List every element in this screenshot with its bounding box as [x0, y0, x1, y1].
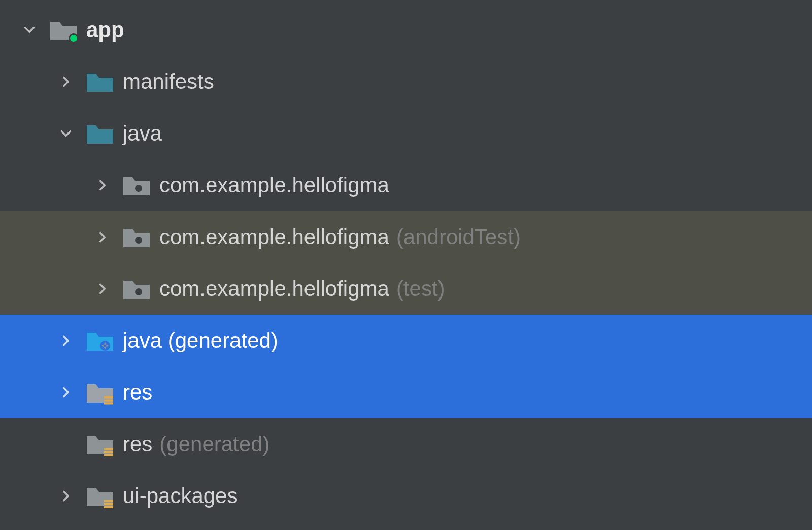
tree-label-suffix: (generated) [159, 432, 269, 456]
svg-rect-13 [104, 503, 113, 505]
svg-rect-8 [104, 403, 113, 405]
svg-rect-6 [104, 396, 113, 399]
folder-icon [85, 69, 115, 95]
tree-item-gradle-scripts[interactable]: Gradle Scripts [0, 522, 812, 530]
svg-rect-11 [104, 454, 113, 456]
tree-label: com.example.hellofigma [159, 277, 389, 301]
tree-item-java[interactable]: java [0, 108, 812, 159]
tree-item-res-generated[interactable]: res (generated) [0, 418, 812, 470]
resource-folder-icon [85, 483, 115, 509]
tree-item-res[interactable]: res [0, 367, 812, 418]
tree-item-manifests[interactable]: manifests [0, 56, 812, 108]
svg-rect-7 [104, 400, 113, 402]
svg-rect-10 [104, 451, 113, 453]
svg-rect-9 [104, 448, 113, 450]
tree-item-package-test[interactable]: com.example.hellofigma (test) [0, 263, 812, 315]
tree-item-ui-packages[interactable]: ui-packages [0, 470, 812, 522]
tree-item-package-androidtest[interactable]: com.example.hellofigma (androidTest) [0, 211, 812, 263]
tree-label: app [86, 18, 124, 42]
tree-label-suffix: (androidTest) [396, 225, 521, 249]
tree-label: java [123, 121, 162, 146]
chevron-right-icon[interactable] [56, 72, 76, 92]
svg-point-4 [135, 288, 142, 295]
package-folder-icon [122, 224, 151, 250]
resource-folder-icon [85, 379, 115, 406]
tree-label: res [123, 380, 152, 405]
tree-item-java-generated[interactable]: java (generated) [0, 315, 812, 367]
chevron-down-icon[interactable] [56, 123, 76, 144]
package-folder-icon [122, 276, 151, 302]
chevron-down-icon[interactable] [19, 20, 40, 40]
tree-item-app[interactable]: app [0, 4, 812, 56]
chevron-right-icon[interactable] [92, 279, 113, 299]
tree-label: java (generated) [123, 328, 278, 353]
package-folder-icon [122, 172, 151, 198]
tree-label: ui-packages [123, 484, 238, 508]
module-folder-icon [49, 17, 78, 43]
resource-folder-icon [85, 431, 115, 457]
tree-label: res [123, 432, 152, 456]
project-tree: app manifests java [0, 0, 812, 530]
svg-rect-12 [104, 500, 113, 502]
chevron-right-icon[interactable] [56, 486, 76, 506]
svg-point-3 [135, 237, 142, 244]
chevron-right-icon[interactable] [92, 175, 113, 195]
folder-icon [85, 120, 115, 147]
tree-label: com.example.hellofigma [159, 173, 389, 197]
svg-point-2 [135, 185, 142, 192]
chevron-right-icon[interactable] [56, 382, 76, 403]
generated-folder-icon [85, 327, 115, 354]
svg-point-1 [70, 35, 77, 42]
tree-label-suffix: (test) [396, 277, 445, 301]
chevron-right-icon[interactable] [92, 227, 113, 247]
tree-item-package-main[interactable]: com.example.hellofigma [0, 159, 812, 211]
chevron-right-icon[interactable] [56, 330, 76, 351]
tree-label: com.example.hellofigma [159, 225, 389, 249]
tree-label: manifests [123, 70, 214, 94]
svg-rect-14 [104, 506, 113, 508]
